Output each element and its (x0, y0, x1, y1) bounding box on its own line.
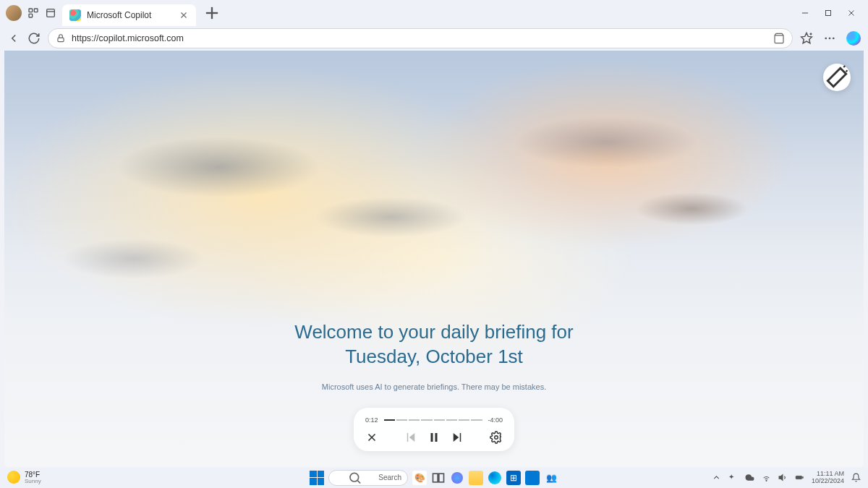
svg-rect-38 (796, 476, 802, 479)
svg-point-32 (350, 473, 359, 481)
copilot-favicon-icon (69, 9, 81, 21)
svg-rect-2 (29, 14, 33, 17)
tray-wifi-icon[interactable] (762, 473, 771, 482)
app-copilot-emoji[interactable]: 🎨 (412, 471, 427, 485)
refresh-button[interactable] (27, 32, 41, 45)
previous-track-button[interactable] (404, 431, 417, 444)
close-player-button[interactable] (365, 431, 378, 444)
new-tab-button[interactable] (202, 3, 222, 23)
remaining-time: -4:00 (488, 416, 503, 424)
window-controls (800, 8, 862, 18)
player-controls (365, 431, 503, 444)
magic-wand-button[interactable] (823, 64, 851, 91)
briefing-title-line1: Welcome to your daily briefing for (4, 320, 864, 345)
svg-rect-34 (433, 474, 438, 482)
app-copilot[interactable] (450, 471, 464, 485)
pause-button[interactable] (427, 431, 441, 444)
svg-marker-37 (779, 475, 783, 481)
tray-onedrive-icon[interactable] (745, 473, 754, 482)
shopping-icon[interactable] (773, 33, 785, 44)
svg-point-20 (833, 38, 835, 40)
briefing-disclaimer: Microsoft uses AI to generate briefings.… (4, 382, 864, 391)
clock-date: 10/22/2024 (812, 478, 844, 485)
svg-marker-25 (409, 433, 415, 442)
start-button[interactable] (310, 471, 324, 485)
tray-copilot-icon[interactable]: ✦ (728, 473, 738, 482)
profile-avatar[interactable] (6, 5, 22, 21)
progress-row: 0:12 -4:00 (365, 416, 503, 424)
system-tray: ✦ 11:11 AM 10/22/2024 (712, 471, 861, 485)
weather-temp: 78°F (25, 471, 41, 479)
svg-rect-27 (431, 433, 433, 442)
svg-rect-35 (439, 474, 444, 482)
elapsed-time: 0:12 (365, 416, 378, 424)
app-file-explorer[interactable] (469, 471, 483, 485)
address-bar[interactable]: https://copilot.microsoft.com (48, 28, 793, 48)
maximize-button[interactable] (823, 8, 833, 18)
svg-rect-13 (58, 38, 64, 41)
tray-chevron-icon[interactable] (712, 473, 721, 482)
svg-rect-28 (435, 433, 438, 442)
tray-volume-icon[interactable] (778, 473, 788, 482)
taskbar-search[interactable]: Search (328, 470, 408, 486)
svg-line-33 (358, 480, 361, 483)
system-clock[interactable]: 11:11 AM 10/22/2024 (812, 471, 844, 485)
svg-rect-0 (29, 9, 33, 12)
svg-rect-39 (802, 476, 803, 478)
browser-tab[interactable]: Microsoft Copilot (62, 4, 196, 26)
tray-notifications-icon[interactable] (851, 473, 861, 482)
minimize-button[interactable] (800, 8, 810, 18)
svg-point-36 (766, 480, 767, 481)
app-edge[interactable] (488, 471, 502, 485)
audio-player: 0:12 -4:00 (354, 408, 514, 451)
back-button[interactable] (7, 32, 20, 45)
browser-tab-strip: Microsoft Copilot (0, 0, 868, 26)
menu-button[interactable] (823, 32, 836, 45)
tray-battery-icon[interactable] (795, 473, 804, 482)
svg-rect-1 (34, 9, 38, 12)
svg-line-22 (846, 71, 848, 72)
weather-widget[interactable]: 78°F Sunny (7, 471, 41, 485)
sun-icon (7, 471, 20, 484)
windows-taskbar: 78°F Sunny Search 🎨 ⊞ 👥 ✦ 11:11 AM 10/22… (0, 467, 868, 488)
svg-marker-29 (454, 433, 459, 442)
copilot-button[interactable] (846, 31, 861, 46)
page-content: Welcome to your daily briefing for Tuesd… (4, 51, 864, 467)
workspaces-icon[interactable] (27, 7, 39, 19)
app-task-view[interactable] (431, 471, 446, 485)
svg-rect-10 (826, 11, 831, 16)
browser-toolbar (800, 31, 861, 46)
weather-condition: Sunny (25, 479, 41, 485)
svg-point-18 (825, 38, 827, 40)
player-settings-button[interactable] (490, 431, 503, 444)
svg-rect-30 (460, 433, 461, 442)
briefing-heading: Welcome to your daily briefing for Tuesd… (4, 320, 864, 391)
tab-close-button[interactable] (179, 10, 189, 20)
favorites-button[interactable] (800, 32, 813, 45)
search-placeholder: Search (378, 474, 401, 481)
progress-track[interactable] (384, 419, 482, 421)
taskbar-center: Search 🎨 ⊞ 👥 (310, 470, 558, 486)
svg-point-31 (495, 436, 498, 440)
svg-rect-26 (407, 433, 409, 442)
tab-actions-icon[interactable] (45, 7, 56, 19)
svg-line-21 (844, 66, 846, 67)
app-store[interactable]: ⊞ (506, 471, 521, 485)
url-text: https://copilot.microsoft.com (72, 33, 767, 43)
next-track-button[interactable] (451, 431, 464, 444)
tab-title: Microsoft Copilot (87, 10, 173, 20)
close-window-button[interactable] (846, 8, 856, 18)
app-outlook[interactable] (525, 471, 540, 485)
svg-point-19 (829, 38, 831, 40)
briefing-title-line2: Tuesday, October 1st (4, 345, 864, 369)
site-lock-icon[interactable] (56, 33, 66, 43)
svg-rect-3 (47, 9, 55, 17)
address-bar-row: https://copilot.microsoft.com (0, 26, 868, 51)
water-ripples (4, 51, 864, 467)
app-teams[interactable]: 👥 (544, 471, 558, 485)
